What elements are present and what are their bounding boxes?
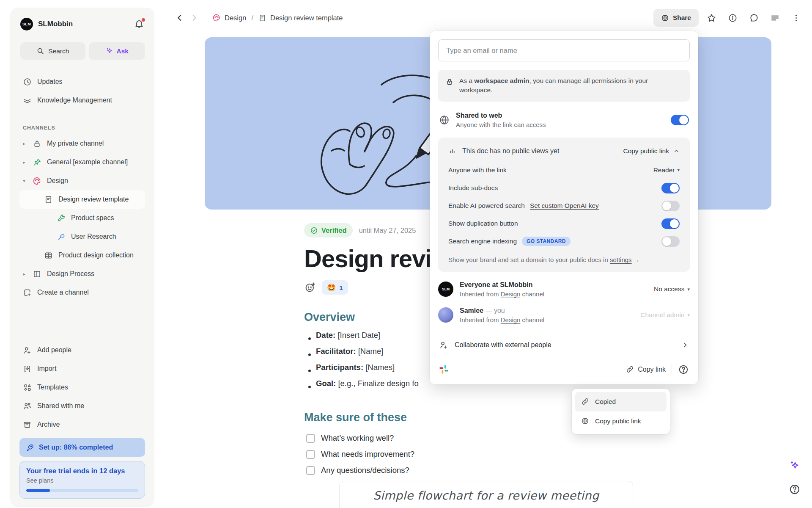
chevron-down-icon[interactable]: ▾ [21,178,27,184]
copy-public-link-label: Copy public link [623,147,669,155]
member-row-samlee: Samlee — you Inherited from Design chann… [438,307,690,323]
setup-progress-banner[interactable]: Set up: 86% completed [19,438,145,457]
sidebar-item-updates[interactable]: Updates [10,72,154,91]
include-subdocs-toggle[interactable] [661,183,680,193]
ai-search-toggle[interactable] [661,201,680,211]
anyone-with-link-label: Anyone with the link [448,166,507,174]
indexing-toggle[interactable] [661,236,680,247]
search-button[interactable]: Search [20,42,85,60]
sidebar-item-knowledge-management[interactable]: Knowledge Management [10,91,154,110]
trial-card[interactable]: Your free trial ends in 12 days See plan… [19,461,145,499]
chevron-right-icon[interactable]: ▸ [21,160,27,165]
person-plus-icon [439,340,448,350]
sidebar-channel-private[interactable]: ▸ My private channel [10,134,154,153]
chevron-right-icon[interactable]: ▸ [21,271,27,277]
sidebar-doc-design-review-template[interactable]: Design review template [19,190,145,209]
sidebar-channel-general[interactable]: ▸ General [example channel] [10,153,154,171]
doc-user-research-label: User Research [71,233,116,240]
ai-sparkle-button[interactable] [789,460,800,471]
people-icon [23,402,32,411]
share-button[interactable]: Share [653,9,699,27]
wrench-icon [57,214,66,223]
share-label: Share [673,14,691,22]
checklist-item[interactable]: Any questions/decisions? [304,462,774,478]
sidebar-channel-design[interactable]: ▾ Design [10,171,154,190]
design-channel-link[interactable]: Design [501,316,521,323]
reaction-pill[interactable]: 🤩 1 [322,280,348,295]
sidebar-doc-product-specs[interactable]: Product specs [10,209,154,227]
breadcrumb-separator: / [251,14,253,22]
sidebar-add-people[interactable]: Add people [10,341,154,359]
copy-public-link-button[interactable]: Copy public link [623,147,680,155]
panel-icon [33,270,41,279]
sidebar-create-channel[interactable]: Create a channel [10,283,154,302]
checklist-item[interactable]: What needs improvement? [304,446,774,462]
bullet-dot [308,337,311,340]
caret-down-icon: ▾ [677,167,680,173]
public-views-text: This doc has no public views yet [462,147,559,155]
duplication-toggle[interactable] [661,218,680,229]
comments-button[interactable] [745,9,762,26]
collaborate-external-row[interactable]: Collaborate with external people [430,333,698,357]
copied-menu-item[interactable]: Copied [575,392,667,411]
breadcrumb-doc[interactable]: Design review template [270,14,343,22]
verified-badge[interactable]: Verified [304,223,353,237]
sidebar-archive[interactable]: Archive [10,415,154,434]
set-openai-key-link[interactable]: Set custom OpenAI key [530,202,599,210]
copy-link-button[interactable]: Copy link [626,365,666,373]
checkbox[interactable] [306,466,315,475]
notifications-bell-icon[interactable] [134,19,145,30]
link-icon [581,398,590,406]
document-icon [44,195,53,204]
back-button[interactable] [173,11,187,25]
workspace-logo[interactable]: SLM [20,18,33,30]
document-icon [258,14,266,22]
ai-search-row: Enable AI powered search Set custom Open… [448,201,680,211]
checkbox[interactable] [306,434,315,443]
palette-icon [33,177,41,185]
dialog-footer: Copy link [438,357,690,376]
help-icon[interactable] [678,364,689,375]
sidebar-channel-design-process[interactable]: ▸ Design Process [10,265,154,283]
templates-label: Templates [37,384,68,391]
see-plans-link[interactable]: See plans [26,477,138,484]
sidebar-doc-product-design-collection[interactable]: Product design collection [10,246,154,265]
ask-button[interactable]: Ask [89,42,145,60]
outline-button[interactable] [766,9,783,26]
access-dropdown-samlee: Channel admin ▾ [640,311,690,319]
sidebar-import[interactable]: Import [10,359,154,378]
checklist-item[interactable]: What’s working well? [304,430,774,446]
clock-icon [23,77,32,86]
more-options-button[interactable] [787,9,804,26]
copied-label: Copied [595,398,616,406]
settings-link[interactable]: settings [610,256,632,263]
help-button[interactable] [789,483,801,495]
sidebar-shared-with-me[interactable]: Shared with me [10,397,154,415]
sidebar-doc-user-research[interactable]: User Research [10,227,154,246]
forward-button[interactable] [187,11,201,25]
slack-logo-icon[interactable] [439,364,449,374]
shared-to-web-toggle[interactable] [671,115,689,125]
workspace-name[interactable]: SLMobbin [38,20,73,28]
invite-input[interactable] [438,39,690,61]
access-dropdown-everyone[interactable]: No access ▾ [654,285,690,293]
breadcrumb-channel[interactable]: Design [225,14,246,22]
copy-public-link-menu-item[interactable]: Copy public link [575,411,667,431]
member-name: Samlee — you [460,307,544,315]
chevron-right-icon[interactable]: ▸ [21,141,27,146]
favorite-star-button[interactable] [703,9,720,26]
info-button[interactable] [724,9,741,26]
checkbox[interactable] [306,450,315,459]
design-channel-link[interactable]: Design [501,290,521,298]
member-meta: Inherited from Design channel [460,316,544,323]
add-reaction-button[interactable] [304,281,317,294]
doc-product-specs-label: Product specs [71,214,114,222]
verified-label: Verified [321,226,347,235]
ai-search-label: Enable AI powered search [448,202,525,210]
star-struck-emoji: 🤩 [327,283,336,292]
sidebar-templates[interactable]: Templates [10,378,154,397]
go-standard-badge[interactable]: GO STANDARD [522,237,571,246]
chevron-up-icon[interactable] [673,148,680,154]
flowchart-embed[interactable]: Simple flowchart for a review meeting [339,481,633,508]
link-permission-dropdown[interactable]: Reader ▾ [653,166,680,174]
